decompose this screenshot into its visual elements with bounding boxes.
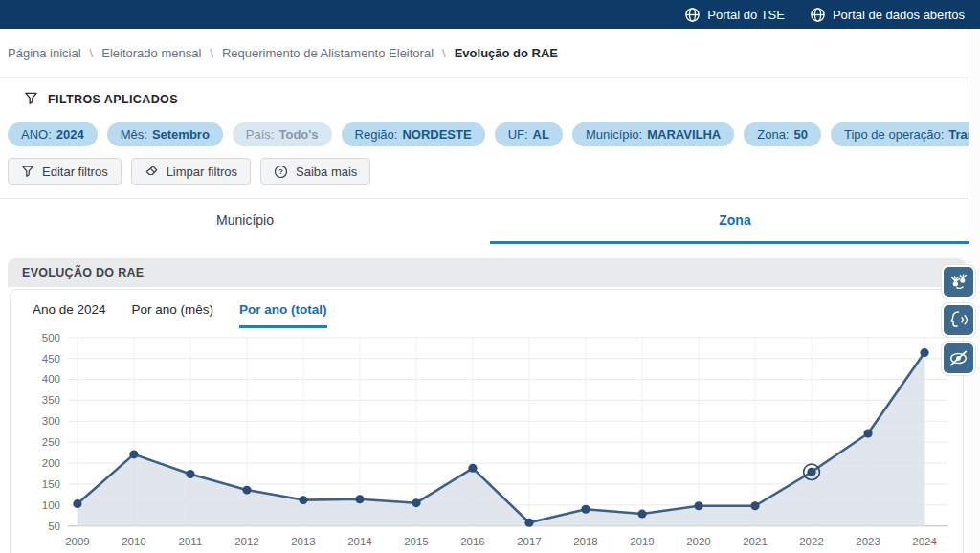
filter-funnel-icon	[24, 91, 38, 108]
view-tabs: MunicípioZona	[0, 199, 980, 244]
svg-text:150: 150	[42, 478, 60, 490]
filter-chips: ANO:2024Mês:SetembroPaís:Todo'sRegião:NO…	[8, 122, 972, 146]
top-bar: Portal do TSE Portal de dados abertos	[0, 0, 980, 29]
svg-text:2022: 2022	[799, 536, 824, 547]
globe-icon	[810, 7, 826, 23]
svg-text:100: 100	[42, 499, 60, 511]
filter-chip-label: UF:	[508, 127, 528, 142]
filter-chip-label: Mês:	[121, 127, 147, 142]
filter-chip-value: Setembro	[152, 127, 210, 142]
filter-chip[interactable]: Mês:Setembro	[107, 122, 223, 146]
breadcrumb-separator: \	[90, 46, 94, 60]
svg-text:2009: 2009	[65, 536, 90, 547]
filters-title-row: FILTROS APLICADOS	[8, 91, 972, 108]
tab-munic-pio[interactable]: Município	[0, 199, 490, 244]
filter-icon	[21, 165, 34, 178]
filter-chip[interactable]: Município:MARAVILHA	[572, 122, 734, 146]
limpar-filtros-button[interactable]: Limpar filtros	[131, 158, 251, 185]
svg-text:2010: 2010	[122, 536, 146, 547]
applied-filters-section: FILTROS APLICADOS ANO:2024Mês:SetembroPa…	[0, 78, 980, 199]
svg-text:2011: 2011	[179, 536, 203, 547]
filter-chip[interactable]: País:Todo's	[233, 122, 332, 146]
audio-description-button[interactable]	[942, 303, 975, 337]
portal-dados-abertos-link[interactable]: Portal de dados abertos	[810, 7, 965, 23]
saiba-mais-button[interactable]: ?Saiba mais	[260, 158, 370, 185]
filter-chip[interactable]: Zona:50	[744, 122, 821, 146]
filter-buttons: Editar filtrosLimpar filtros?Saiba mais	[8, 158, 972, 185]
help-icon: ?	[274, 165, 288, 179]
filter-chip-value: 50	[793, 127, 807, 142]
svg-text:2015: 2015	[404, 536, 429, 547]
breadcrumb-item[interactable]: Eleitorado mensal	[101, 46, 201, 60]
filter-chip-label: Município:	[586, 127, 642, 142]
eraser-icon	[145, 165, 159, 178]
chart-tab-por-ano-m-s-[interactable]: Por ano (mês)	[132, 302, 214, 328]
filter-chip-value: 2024	[56, 127, 84, 142]
chart-tab-ano-de-2024[interactable]: Ano de 2024	[33, 302, 106, 328]
accessibility-toolbar	[942, 265, 975, 375]
svg-text:2024: 2024	[912, 536, 937, 547]
chart-tabs: Ano de 2024Por ano (mês)Por ano (total)	[11, 290, 963, 328]
filter-chip-label: Região:	[355, 127, 398, 142]
chart-area: 5010015020025030035040045050020092010201…	[11, 328, 963, 553]
filter-chip-label: ANO:	[21, 127, 52, 142]
breadcrumb-item: Evolução do RAE	[455, 46, 558, 60]
svg-text:?: ?	[278, 167, 283, 176]
filter-chip-value: MARAVILHA	[647, 127, 721, 142]
button-label: Saiba mais	[296, 165, 357, 179]
sign-language-button[interactable]	[942, 265, 975, 299]
high-contrast-eye-icon	[947, 346, 970, 370]
svg-text:500: 500	[42, 332, 60, 343]
svg-text:2017: 2017	[517, 536, 542, 547]
audio-speech-icon	[947, 308, 970, 332]
filters-title: FILTROS APLICADOS	[48, 93, 178, 106]
filter-chip[interactable]: ANO:2024	[8, 122, 98, 146]
sign-language-icon	[947, 270, 970, 294]
breadcrumb-separator: \	[210, 46, 213, 60]
svg-text:2023: 2023	[856, 536, 880, 547]
filter-chip-label: Tipo de operação:	[844, 127, 944, 142]
filter-chip-label: Zona:	[757, 127, 789, 142]
svg-text:250: 250	[42, 436, 60, 448]
svg-text:2020: 2020	[686, 536, 711, 547]
globe-icon	[684, 7, 701, 23]
rae-line-chart[interactable]: 5010015020025030035040045050020092010201…	[12, 330, 959, 553]
editar-filtros-button[interactable]: Editar filtros	[8, 158, 122, 185]
svg-text:300: 300	[42, 415, 60, 427]
svg-text:2014: 2014	[347, 536, 372, 547]
svg-text:2012: 2012	[234, 536, 259, 547]
chart-card: Ano de 2024Por ano (mês)Por ano (total) …	[10, 289, 964, 553]
button-label: Limpar filtros	[167, 165, 237, 179]
portal-tse-label: Portal do TSE	[707, 8, 785, 22]
filter-chip[interactable]: Tipo de operação:Transferência	[831, 122, 980, 146]
svg-text:2018: 2018	[573, 536, 598, 547]
svg-text:2019: 2019	[630, 536, 655, 547]
filter-chip[interactable]: Região:NORDESTE	[342, 122, 485, 146]
chart-tab-por-ano-total-[interactable]: Por ano (total)	[239, 302, 327, 328]
filter-chip[interactable]: UF:AL	[495, 122, 563, 146]
breadcrumb-item[interactable]: Página inicial	[8, 46, 81, 60]
breadcrumb-item[interactable]: Requerimento de Alistamento Eleitoral	[222, 46, 434, 60]
filter-chip-label: País:	[246, 127, 275, 142]
portal-tse-link[interactable]: Portal do TSE	[684, 7, 785, 23]
svg-text:50: 50	[48, 520, 60, 532]
panel-title: EVOLUÇÃO DO RAE	[8, 258, 966, 287]
svg-text:2013: 2013	[291, 536, 316, 547]
filter-chip-value: AL	[533, 127, 549, 142]
rae-evolution-panel: EVOLUÇÃO DO RAE Ano de 2024Por ano (mês)…	[8, 258, 966, 553]
button-label: Editar filtros	[42, 165, 108, 179]
breadcrumb: Página inicial\Eleitorado mensal\Requeri…	[0, 29, 980, 78]
svg-text:400: 400	[42, 374, 60, 386]
breadcrumb-separator: \	[442, 46, 446, 60]
svg-text:200: 200	[42, 457, 60, 469]
svg-text:450: 450	[42, 353, 60, 365]
svg-text:2016: 2016	[460, 536, 485, 547]
filter-chip-value: NORDESTE	[402, 127, 471, 142]
filter-chip-value: Todo's	[278, 127, 318, 142]
tab-zona[interactable]: Zona	[490, 199, 980, 244]
portal-dados-abertos-label: Portal de dados abertos	[833, 8, 965, 22]
high-contrast-button[interactable]	[942, 342, 975, 375]
svg-text:2021: 2021	[743, 536, 768, 547]
svg-text:350: 350	[42, 394, 60, 406]
